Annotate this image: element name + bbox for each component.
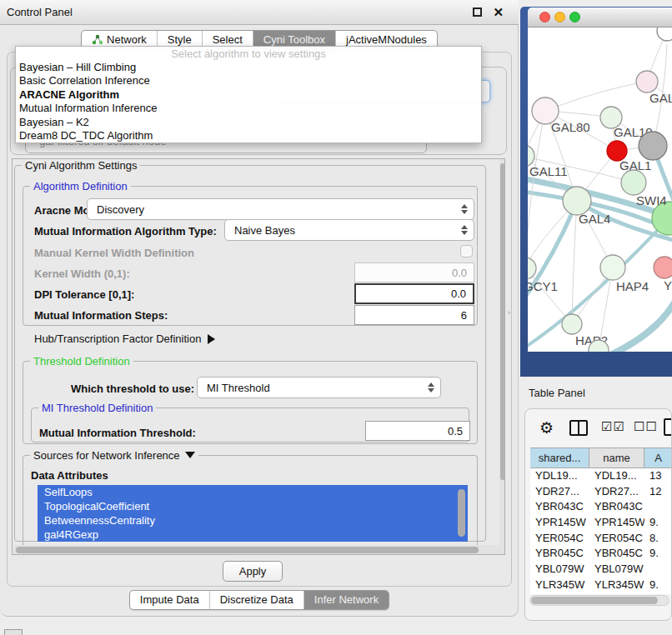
table-row[interactable]: YBR045CYBR045C9. bbox=[530, 546, 672, 562]
table-cell: YER054C bbox=[589, 531, 644, 547]
network-edge[interactable] bbox=[528, 268, 572, 324]
table-hscrollbar-thumb[interactable] bbox=[531, 597, 658, 604]
split-columns-icon[interactable] bbox=[569, 420, 588, 436]
settings-vscrollbar-thumb[interactable] bbox=[500, 163, 505, 480]
dpi-tolerance-label: DPI Tolerance [0,1]: bbox=[34, 288, 134, 301]
network-node-label: HAP4 bbox=[616, 279, 649, 293]
minimize-traffic-light-icon[interactable] bbox=[554, 12, 565, 22]
mi-threshold-field[interactable]: 0.5 bbox=[365, 421, 470, 441]
table-row[interactable]: YDR27...YDR27...12 bbox=[530, 484, 672, 500]
dropdown-item[interactable]: Bayesian – Hill Climbing bbox=[16, 61, 481, 74]
table-cell: YLR345W bbox=[530, 578, 589, 593]
dropdown-item[interactable]: ARACNE Algorithm bbox=[16, 88, 481, 102]
table-row[interactable]: YER054CYER054C8. bbox=[530, 531, 672, 547]
network-canvas[interactable]: GAL2GAL80GAL10GAL1GAL11SWI4GAL4GCY1HAP4Y… bbox=[528, 28, 672, 352]
network-node-label: GAL2 bbox=[649, 91, 672, 105]
panel-divider-handle[interactable]: › bbox=[508, 308, 510, 317]
mi-threshold-value: 0.5 bbox=[448, 425, 463, 438]
mi-type-combobox[interactable]: Naive Bayes bbox=[224, 219, 474, 241]
network-edge[interactable] bbox=[572, 201, 577, 324]
algorithm-dropdown-list: Select algorithm to view settings Bayesi… bbox=[15, 46, 482, 143]
network-node[interactable] bbox=[654, 257, 672, 278]
column-header-partial[interactable]: A bbox=[644, 448, 672, 468]
control-panel-title: Control Panel bbox=[7, 0, 73, 24]
attribute-list-item[interactable]: TopologicalCoefficient bbox=[38, 499, 468, 513]
settings-hscrollbar-thumb[interactable] bbox=[16, 547, 479, 553]
table-row[interactable]: YPR145WYPR145W9. bbox=[530, 515, 672, 531]
combo-stepper-icon bbox=[461, 204, 468, 214]
list-scrollbar-thumb[interactable] bbox=[458, 489, 465, 537]
tab-discretize-data[interactable]: Discretize Data bbox=[209, 591, 303, 609]
network-edge[interactable] bbox=[528, 111, 545, 268]
collapsed-panel-icon[interactable] bbox=[4, 629, 23, 635]
aracne-mode-combobox[interactable]: Discovery bbox=[87, 198, 474, 220]
zoom-traffic-light-icon[interactable] bbox=[569, 12, 580, 22]
table-cell: 9. bbox=[644, 546, 672, 562]
network-node-label: GCY1 bbox=[528, 279, 558, 293]
attribute-list-item[interactable]: gal4RGexp bbox=[38, 528, 468, 542]
table-cell: 9. bbox=[644, 578, 672, 593]
dropdown-prompt: Select algorithm to view settings bbox=[16, 47, 481, 61]
table-row[interactable]: YLR345WYLR345W9. bbox=[530, 578, 672, 593]
network-edge[interactable] bbox=[545, 82, 647, 111]
close-traffic-light-icon[interactable] bbox=[539, 12, 550, 22]
float-window-icon[interactable] bbox=[473, 8, 482, 17]
dropdown-item[interactable]: Basic Correlation Inference bbox=[16, 74, 481, 88]
sources-title[interactable]: Sources for Network Inference bbox=[30, 449, 198, 462]
table-toolbar: ⚙ ☑☑ ☐☐ bbox=[525, 418, 672, 442]
document-icon[interactable] bbox=[664, 418, 672, 436]
mi-threshold-label: Mutual Information Threshold: bbox=[39, 427, 196, 439]
table-cell: YPR145W bbox=[530, 515, 589, 531]
network-node[interactable] bbox=[528, 258, 536, 279]
network-view-window[interactable]: GAL2GAL80GAL10GAL1GAL11SWI4GAL4GCY1HAP4Y… bbox=[520, 7, 672, 377]
dpi-tolerance-field[interactable]: 0.0 bbox=[354, 283, 474, 304]
apply-button[interactable]: Apply bbox=[223, 561, 283, 582]
select-all-checkboxes-icon[interactable]: ☑☑ bbox=[601, 419, 625, 434]
kernel-width-field[interactable]: 0.0 bbox=[354, 262, 474, 282]
dropdown-item[interactable]: Bayesian – K2 bbox=[16, 116, 481, 129]
table-cell: YER054C bbox=[530, 531, 589, 547]
network-node[interactable] bbox=[657, 28, 672, 41]
network-node[interactable] bbox=[600, 255, 625, 280]
dropdown-item[interactable]: Dream8 DC_TDC Algorithm bbox=[16, 129, 481, 142]
manual-kernel-checkbox[interactable] bbox=[460, 245, 473, 258]
close-icon[interactable]: ✕ bbox=[493, 4, 504, 21]
network-window-titlebar[interactable] bbox=[528, 8, 672, 28]
attribute-list-item[interactable]: SelfLoops bbox=[38, 485, 468, 499]
table-cell: YBR045C bbox=[589, 546, 644, 562]
network-node[interactable] bbox=[563, 187, 591, 215]
column-header-name[interactable]: name bbox=[589, 448, 644, 468]
column-header-shared-name[interactable]: shared... bbox=[530, 448, 589, 468]
gear-icon[interactable]: ⚙ bbox=[539, 418, 554, 439]
network-node[interactable] bbox=[639, 132, 667, 160]
table-body: YDL19...YDL19...13YDR27...YDR27...12YBR0… bbox=[530, 468, 672, 594]
collapse-down-icon bbox=[185, 452, 195, 458]
table-cell: YDR27... bbox=[530, 484, 589, 500]
network-icon bbox=[92, 34, 103, 45]
cyni-algorithm-settings-title: Cyni Algorithm Settings bbox=[22, 159, 140, 172]
table-row[interactable]: YDL19...YDL19...13 bbox=[530, 468, 672, 484]
network-node[interactable] bbox=[636, 71, 658, 92]
table-cell: YIL052C bbox=[589, 593, 644, 595]
table-cell: 12 bbox=[644, 484, 672, 500]
table-row[interactable]: YBR043CYBR043C bbox=[530, 499, 672, 515]
network-node[interactable] bbox=[621, 170, 646, 195]
tab-infer-network[interactable]: Infer Network bbox=[303, 591, 389, 609]
hub-definition-toggle[interactable]: Hub/Transcription Factor Definition bbox=[34, 332, 215, 345]
which-threshold-combobox[interactable]: MI Threshold bbox=[197, 377, 441, 398]
table-cell: YBL079W bbox=[530, 562, 589, 578]
threshold-definition-title: Threshold Definition bbox=[30, 355, 133, 368]
dropdown-item[interactable]: Mutual Information Inference bbox=[16, 102, 481, 115]
which-threshold-label: Which threshold to use: bbox=[71, 382, 194, 395]
network-edge[interactable] bbox=[607, 286, 672, 352]
network-node[interactable] bbox=[562, 314, 582, 334]
control-panel-titlebar: Control Panel ✕ bbox=[0, 0, 519, 25]
table-cell: 9 bbox=[644, 593, 672, 595]
attribute-list-item[interactable]: BetweennessCentrality bbox=[38, 513, 468, 528]
table-row[interactable]: YIL052CYIL052C9 bbox=[530, 593, 672, 595]
tab-impute-data[interactable]: Impute Data bbox=[130, 591, 209, 609]
table-cell: YBR043C bbox=[589, 499, 644, 515]
table-row[interactable]: YBL079WYBL079W bbox=[530, 562, 672, 578]
deselect-all-checkboxes-icon[interactable]: ☐☐ bbox=[634, 419, 658, 434]
mi-steps-field[interactable]: 6 bbox=[354, 305, 474, 325]
